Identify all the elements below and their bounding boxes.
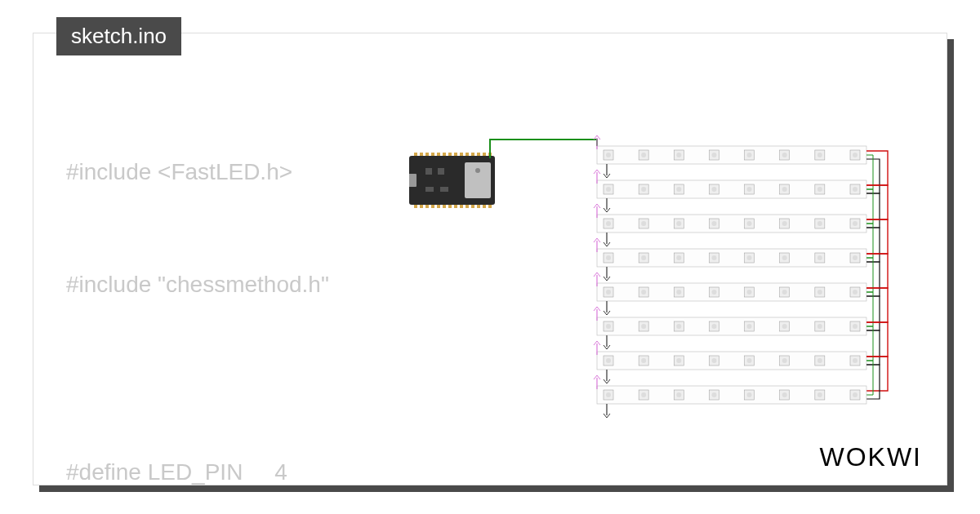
svg-rect-53 (597, 180, 866, 198)
svg-point-38 (606, 153, 611, 157)
svg-point-42 (676, 153, 681, 157)
svg-point-112 (711, 290, 716, 295)
svg-point-169 (817, 392, 822, 397)
svg-point-144 (676, 358, 681, 363)
svg-rect-13 (483, 153, 486, 156)
svg-point-89 (606, 255, 611, 260)
svg-point-110 (676, 290, 681, 295)
svg-rect-11 (471, 153, 474, 156)
svg-point-93 (676, 255, 681, 260)
svg-point-86 (853, 221, 858, 226)
svg-point-118 (817, 290, 822, 295)
svg-rect-23 (460, 205, 463, 208)
svg-point-59 (676, 187, 681, 192)
svg-point-146 (711, 358, 716, 363)
svg-rect-1 (414, 153, 417, 156)
svg-rect-33 (438, 168, 444, 175)
svg-rect-35 (440, 187, 448, 192)
svg-point-30 (475, 168, 480, 173)
led-strips-icon (594, 135, 888, 418)
svg-rect-31 (409, 174, 416, 187)
svg-point-161 (676, 392, 681, 397)
svg-point-137 (853, 324, 858, 329)
svg-rect-16 (420, 205, 423, 208)
code-line: #include <FastLED.h> (66, 153, 393, 191)
svg-point-78 (711, 221, 716, 226)
schematic-svg (409, 123, 932, 433)
svg-rect-27 (483, 205, 486, 208)
svg-point-52 (853, 153, 858, 157)
svg-rect-34 (425, 187, 434, 192)
svg-point-74 (641, 221, 646, 226)
svg-rect-12 (477, 153, 480, 156)
svg-point-150 (782, 358, 787, 363)
svg-point-123 (606, 324, 611, 329)
svg-point-131 (747, 324, 752, 329)
svg-rect-22 (454, 205, 457, 208)
svg-point-106 (606, 290, 611, 295)
svg-point-48 (782, 153, 787, 157)
svg-point-125 (641, 324, 646, 329)
svg-point-116 (782, 290, 787, 295)
svg-rect-3 (425, 153, 429, 156)
svg-rect-155 (597, 386, 866, 404)
svg-rect-20 (443, 205, 446, 208)
svg-point-103 (853, 255, 858, 260)
svg-rect-4 (431, 153, 434, 156)
svg-rect-28 (488, 205, 492, 208)
svg-rect-9 (460, 153, 463, 156)
svg-point-157 (606, 392, 611, 397)
svg-point-167 (782, 392, 787, 397)
wire-data (490, 140, 597, 158)
svg-point-154 (853, 358, 858, 363)
svg-rect-18 (431, 205, 434, 208)
svg-point-99 (782, 255, 787, 260)
svg-rect-29 (465, 162, 491, 198)
svg-point-63 (747, 187, 752, 192)
svg-point-57 (641, 187, 646, 192)
logo-text: WOKWI (819, 442, 922, 472)
svg-point-114 (747, 290, 752, 295)
svg-point-80 (747, 221, 752, 226)
svg-point-55 (606, 187, 611, 192)
svg-point-163 (711, 392, 716, 397)
svg-point-127 (676, 324, 681, 329)
code-line: #include "chessmethod.h" (66, 266, 393, 304)
svg-point-133 (782, 324, 787, 329)
svg-rect-26 (477, 205, 480, 208)
code-line: #define LED_PIN 4 (66, 454, 393, 491)
svg-point-108 (641, 290, 646, 295)
svg-point-72 (606, 221, 611, 226)
svg-point-120 (853, 290, 858, 295)
svg-rect-70 (597, 215, 866, 233)
svg-point-76 (676, 221, 681, 226)
svg-rect-32 (425, 168, 432, 175)
svg-point-91 (641, 255, 646, 260)
svg-point-140 (606, 358, 611, 363)
svg-point-84 (817, 221, 822, 226)
svg-point-46 (747, 153, 752, 157)
svg-rect-36 (597, 146, 866, 164)
svg-point-95 (711, 255, 716, 260)
svg-rect-6 (443, 153, 446, 156)
svg-rect-21 (448, 205, 452, 208)
svg-point-50 (817, 153, 822, 157)
svg-point-44 (711, 153, 716, 157)
svg-rect-7 (448, 153, 452, 156)
svg-rect-15 (414, 205, 417, 208)
svg-point-142 (641, 358, 646, 363)
svg-rect-10 (466, 153, 469, 156)
svg-point-67 (817, 187, 822, 192)
svg-rect-8 (454, 153, 457, 156)
svg-point-101 (817, 255, 822, 260)
circuit-schematic[interactable] (409, 123, 932, 433)
svg-rect-87 (597, 249, 866, 267)
svg-rect-17 (425, 205, 429, 208)
svg-rect-19 (437, 205, 440, 208)
svg-point-152 (817, 358, 822, 363)
filename-tab[interactable]: sketch.ino (56, 17, 181, 55)
svg-point-135 (817, 324, 822, 329)
svg-point-97 (747, 255, 752, 260)
svg-point-69 (853, 187, 858, 192)
esp32-board-icon (409, 153, 495, 208)
